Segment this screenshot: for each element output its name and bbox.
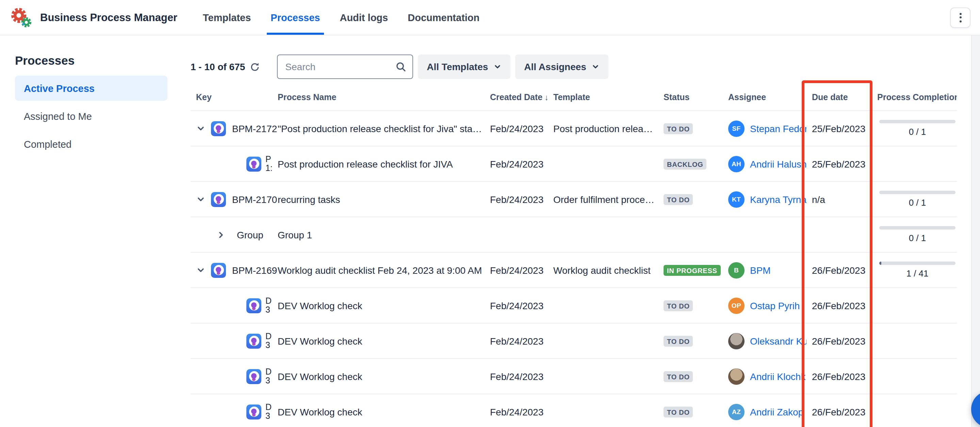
assignee-link[interactable]: Andrii Halush [750, 158, 807, 169]
sidebar-heading: Processes [15, 54, 191, 68]
assignee-link[interactable]: Karyna Tyrna [750, 194, 807, 205]
chevron-down-icon[interactable] [196, 265, 205, 275]
process-icon [247, 156, 261, 171]
progress-bar [879, 226, 956, 229]
avatar: SF [728, 120, 745, 137]
assignee-link[interactable]: Ostap Pyrih [750, 300, 800, 311]
result-count: 1 - 10 of 675 [191, 61, 245, 72]
table-header-row: Key Process Name Created Date↓ Template … [191, 84, 957, 111]
created-date: Feb/24/2023 [483, 335, 548, 346]
header-status[interactable]: Status [657, 92, 721, 102]
header-process-completion[interactable]: Process Completion [875, 92, 957, 102]
status-badge: TO DO [663, 300, 693, 311]
due-date: n/a [807, 194, 875, 205]
refresh-icon[interactable] [250, 62, 260, 72]
created-date: Feb/24/2023 [483, 158, 548, 169]
nav-item-documentation[interactable]: Documentation [404, 0, 484, 35]
nav-item-templates[interactable]: Templates [199, 0, 255, 35]
top-bar: Business Process Manager TemplatesProces… [0, 0, 980, 35]
process-icon [247, 298, 261, 313]
template-name: Post production relea… [548, 123, 657, 134]
nav-item-processes[interactable]: Processes [266, 0, 324, 35]
due-date: 25/Feb/2023 [807, 158, 875, 169]
table-row[interactable]: D3 DEV Worklog check Feb/24/2023 TO DO A… [191, 394, 957, 427]
process-name: DEV Worklog check [278, 335, 483, 346]
header-process-name[interactable]: Process Name [278, 92, 483, 102]
key-cell: BPM-2172 [191, 121, 278, 136]
completion-label: 0 / 1 [879, 198, 956, 208]
due-date: 26/Feb/2023 [807, 371, 875, 382]
key-cell: D3 [191, 403, 278, 421]
key-cell: D3 [191, 367, 278, 385]
process-key-wrapped: D3 [266, 332, 272, 350]
due-date: 26/Feb/2023 [807, 300, 875, 311]
table-row[interactable]: D3 DEV Worklog check Feb/24/2023 TO DO O… [191, 288, 957, 323]
header-created-date[interactable]: Created Date↓ [483, 92, 548, 102]
process-key-wrapped: D3 [266, 403, 272, 421]
process-name: DEV Worklog check [278, 371, 483, 382]
process-name: DEV Worklog check [278, 406, 483, 417]
status-cell: TO DO [657, 370, 721, 382]
chevron-right-icon[interactable] [216, 230, 226, 239]
created-date: Feb/24/2023 [483, 371, 548, 382]
avatar-photo [728, 333, 745, 349]
status-cell: TO DO [657, 123, 721, 134]
created-date: Feb/24/2023 [483, 300, 548, 311]
app-brand: Business Process Manager [10, 0, 188, 35]
process-name: Worklog audit checklist Feb 24, 2023 at … [278, 264, 483, 276]
filter-all-assignees[interactable]: All Assignees [515, 54, 609, 79]
table-row[interactable]: BPM-2169 Worklog audit checklist Feb 24,… [191, 253, 957, 288]
process-icon [247, 404, 261, 419]
key-cell: BPM-2170 [191, 192, 278, 207]
key-cell: D3 [191, 332, 278, 350]
filter-all-templates[interactable]: All Templates [418, 54, 511, 79]
nav-item-label: Documentation [408, 12, 479, 23]
app-logo-gears-icon [10, 6, 33, 29]
scrollbar-track[interactable] [971, 35, 980, 427]
sidebar-item-completed[interactable]: Completed [15, 131, 167, 157]
more-menu-button[interactable] [950, 7, 970, 27]
assignee-link[interactable]: Stepan Fedoro [750, 123, 807, 134]
sidebar-item-assigned-to-me[interactable]: Assigned to Me [15, 104, 167, 129]
avatar: AZ [728, 403, 745, 420]
header-due-date[interactable]: Due date [807, 92, 875, 102]
nav-item-audit-logs[interactable]: Audit logs [336, 0, 392, 35]
status-cell: TO DO [657, 406, 721, 417]
header-template[interactable]: Template [548, 92, 657, 102]
chevron-down-icon[interactable] [196, 124, 205, 133]
table-row[interactable]: P1: Post production release checklist fo… [191, 147, 957, 182]
completion-cell: 0 / 1 [875, 191, 957, 208]
chevron-down-icon [493, 63, 501, 71]
table-row[interactable]: Group Group 1 0 / 1 [191, 217, 957, 253]
table-row[interactable]: D3 DEV Worklog check Feb/24/2023 TO DO O… [191, 323, 957, 359]
assignee-cell: B BPM [721, 262, 807, 278]
process-key-wrapped: D3 [266, 296, 272, 314]
due-date: 26/Feb/2023 [807, 264, 875, 276]
assignee-link[interactable]: Oleksandr Ku [750, 335, 807, 346]
completion-label: 0 / 1 [879, 127, 956, 137]
status-badge: TO DO [663, 371, 693, 382]
process-name: "Post production release checklist for J… [278, 123, 483, 134]
assignee-link[interactable]: Andrii Zakop [750, 406, 803, 417]
assignee-cell: KT Karyna Tyrna [721, 191, 807, 207]
search-input[interactable] [284, 61, 395, 73]
main-nav: TemplatesProcessesAudit logsDocumentatio… [199, 0, 484, 35]
chevron-down-icon[interactable] [196, 194, 205, 204]
avatar: OP [728, 297, 745, 314]
sidebar-item-active-process[interactable]: Active Process [15, 76, 167, 101]
process-icon [211, 121, 226, 136]
table-row[interactable]: BPM-2172 "Post production release checkl… [191, 111, 957, 147]
process-icon [211, 263, 226, 277]
process-icon [247, 333, 261, 348]
table-row[interactable]: BPM-2170 recurring tasks Feb/24/2023 Ord… [191, 182, 957, 217]
process-key: BPM-2172 [232, 123, 277, 134]
created-date: Feb/24/2023 [483, 194, 548, 205]
process-key-wrapped: P1: [266, 155, 272, 173]
assignee-cell: SF Stepan Fedoro [721, 120, 807, 137]
assignee-link[interactable]: BPM [750, 264, 771, 276]
assignee-link[interactable]: Andrii Klochk [750, 371, 805, 382]
header-assignee[interactable]: Assignee [721, 92, 807, 102]
table-row[interactable]: D3 DEV Worklog check Feb/24/2023 TO DO A… [191, 359, 957, 394]
created-date: Feb/24/2023 [483, 264, 548, 276]
header-key[interactable]: Key [191, 92, 278, 102]
